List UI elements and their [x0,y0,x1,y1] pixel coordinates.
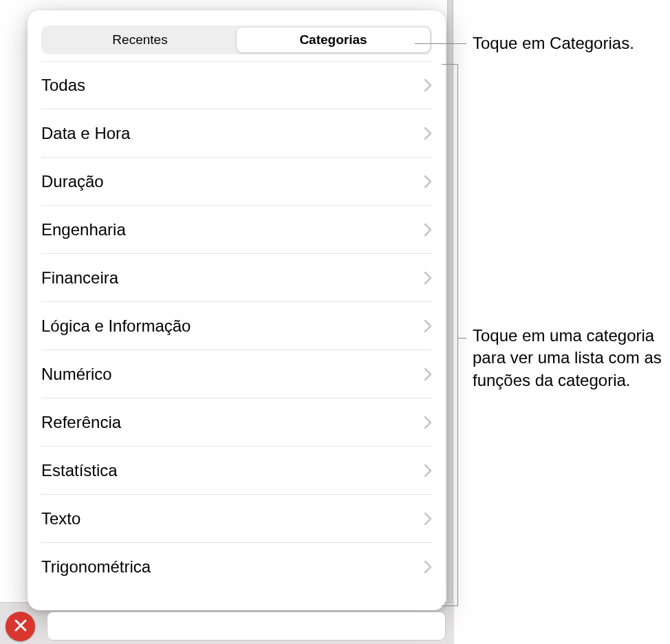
list-item[interactable]: Lógica e Informação [41,302,432,350]
list-item-label: Estatística [41,461,118,480]
chevron-right-icon [424,464,432,477]
close-icon [13,618,28,636]
chevron-right-icon [424,367,432,381]
formula-input[interactable] [47,612,446,641]
list-item[interactable]: Texto [41,495,432,543]
chevron-right-icon [424,223,432,237]
list-item-label: Todas [41,76,85,95]
callout-line [457,338,466,339]
list-item-label: Numérico [41,365,112,384]
callout-line [415,43,466,44]
list-item-label: Texto [41,509,80,528]
tab-recents-label: Recentes [112,32,167,47]
list-item[interactable]: Financeira [41,254,432,302]
callout-line [442,605,458,606]
list-item-label: Referência [41,413,121,432]
list-item[interactable]: Estatística [41,447,432,495]
chevron-right-icon [424,512,432,526]
app-side-border [447,0,453,644]
chevron-right-icon [424,560,432,574]
category-list: Todas Data e Hora Duração Engenharia Fin… [41,61,432,591]
callout-line [457,64,458,606]
callout-line [442,64,458,65]
close-button[interactable] [6,612,35,641]
chevron-right-icon [424,175,432,189]
list-item-label: Trigonométrica [41,557,151,577]
chevron-right-icon [424,416,432,429]
list-item[interactable]: Engenharia [41,206,432,254]
chevron-right-icon [424,319,432,333]
list-item[interactable]: Duração [41,158,432,206]
list-item[interactable]: Trigonométrica [41,543,432,591]
list-item-label: Duração [41,172,104,191]
list-item-label: Financeira [41,268,118,288]
list-item-label: Data e Hora [41,124,130,143]
callout-text-categories: Toque em Categorias. [473,32,670,54]
functions-popover: Recentes Categorias Todas Data e Hora Du… [28,10,446,610]
list-item[interactable]: Referência [41,398,432,447]
callout-text-list: Toque em uma categoria para ver uma list… [473,325,665,391]
tab-recents[interactable]: Recentes [43,28,237,52]
list-item-label: Engenharia [41,220,126,239]
segmented-control: Recentes Categorias [41,25,432,54]
chevron-right-icon [424,271,432,285]
list-item[interactable]: Data e Hora [41,109,432,158]
chevron-right-icon [424,78,432,92]
tab-categories-label: Categorias [299,32,367,47]
list-item-label: Lógica e Informação [41,316,191,336]
chevron-right-icon [424,127,432,140]
list-item[interactable]: Todas [41,61,432,109]
list-item[interactable]: Numérico [41,350,432,398]
tab-categories[interactable]: Categorias [237,28,430,52]
